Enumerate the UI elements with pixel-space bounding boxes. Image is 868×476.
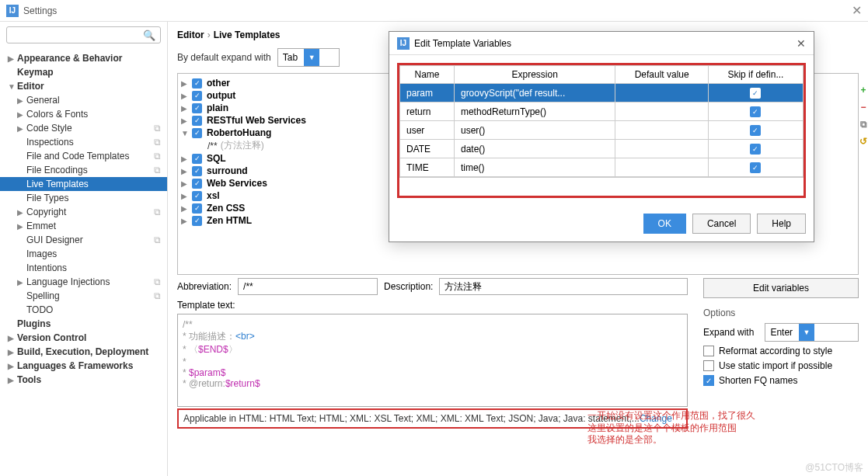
sidebar-item-general[interactable]: ▶General: [0, 93, 167, 107]
sidebar-item-file-and-code-templates[interactable]: File and Code Templates⧉: [0, 149, 167, 163]
close-icon[interactable]: ✕: [852, 3, 862, 18]
watermark: @51CTO博客: [805, 461, 863, 474]
search-input[interactable]: [12, 30, 143, 40]
sidebar-item-live-templates[interactable]: Live Templates: [0, 177, 167, 191]
edit-variables-dialog: IJ Edit Template Variables ✕ NameExpress…: [389, 31, 814, 242]
annotation-text: 一开始没有设置这个作用范围，找了很久 这里设置的是这个个模板的作用范围 我选择的…: [587, 410, 755, 446]
sidebar-item-keymap[interactable]: Keymap: [0, 65, 167, 79]
sidebar-item-tools[interactable]: ▶Tools: [0, 373, 167, 387]
expand-with-select[interactable]: Enter▼: [765, 323, 859, 342]
sidebar-item-code-style[interactable]: ▶Code Style⧉: [0, 121, 167, 135]
static-import-checkbox[interactable]: [703, 360, 714, 371]
window-title: Settings: [23, 5, 57, 16]
sidebar-item-file-types[interactable]: File Types: [0, 191, 167, 205]
desc-label: Description:: [384, 281, 433, 292]
search-box[interactable]: 🔍: [6, 26, 161, 43]
variables-table[interactable]: NameExpressionDefault valueSkip if defin…: [399, 65, 804, 177]
restore-icon[interactable]: ↺: [857, 135, 868, 148]
help-button[interactable]: Help: [757, 214, 806, 234]
sidebar-item-file-encodings[interactable]: File Encodings⧉: [0, 163, 167, 177]
sidebar-item-inspections[interactable]: Inspections⧉: [0, 135, 167, 149]
template-text-area[interactable]: /** * 功能描述：<br> * 〈$END$〉 * * $param$ * …: [177, 314, 688, 407]
copy-icon[interactable]: ⧉: [857, 118, 868, 130]
dialog-close-icon[interactable]: ✕: [797, 37, 806, 50]
table-row[interactable]: returnmethodReturnType()✓: [400, 102, 804, 121]
sidebar-item-version-control[interactable]: ▶Version Control: [0, 331, 167, 345]
sidebar-item-emmet[interactable]: ▶Emmet: [0, 219, 167, 233]
sidebar-item-language-injections[interactable]: ▶Language Injections⧉: [0, 275, 167, 289]
table-header[interactable]: Default value: [615, 66, 708, 84]
sidebar-item-gui-designer[interactable]: GUI Designer⧉: [0, 233, 167, 247]
remove-icon[interactable]: −: [857, 101, 868, 113]
expand-select[interactable]: Tab▼: [277, 48, 340, 67]
cancel-button[interactable]: Cancel: [692, 214, 751, 234]
dialog-logo: IJ: [397, 37, 410, 50]
reformat-checkbox[interactable]: [703, 346, 714, 356]
edit-variables-button[interactable]: Edit variables: [703, 278, 859, 298]
sidebar-item-spelling[interactable]: Spelling⧉: [0, 289, 167, 303]
add-icon[interactable]: +: [857, 84, 868, 96]
dialog-title: Edit Template Variables: [414, 38, 511, 49]
abbr-input[interactable]: [238, 278, 378, 295]
shorten-fq-checkbox[interactable]: ✓: [703, 375, 714, 386]
table-row[interactable]: useruser()✓: [400, 121, 804, 140]
app-logo: IJ: [6, 5, 19, 17]
expand-label: By default expand with: [177, 52, 271, 63]
ok-button[interactable]: OK: [643, 214, 686, 234]
table-header[interactable]: Skip if defin...: [708, 66, 803, 84]
sidebar-item-plugins[interactable]: Plugins: [0, 317, 167, 331]
sidebar-item-todo[interactable]: TODO: [0, 303, 167, 317]
table-row[interactable]: TIMEtime()✓: [400, 158, 804, 177]
desc-input[interactable]: [439, 278, 688, 295]
sidebar-item-languages-frameworks[interactable]: ▶Languages & Frameworks: [0, 359, 167, 373]
settings-tree[interactable]: ▶Appearance & BehaviorKeymap▼Editor▶Gene…: [0, 48, 167, 476]
table-row[interactable]: DATEdate()✓: [400, 140, 804, 158]
sidebar-item-editor[interactable]: ▼Editor: [0, 79, 167, 93]
expand-with-label: Expand with: [703, 327, 754, 338]
search-icon: 🔍: [143, 30, 155, 41]
template-text-label: Template text:: [177, 300, 688, 311]
table-header[interactable]: Name: [400, 66, 455, 84]
sidebar-item-copyright[interactable]: ▶Copyright⧉: [0, 205, 167, 219]
sidebar-item-appearance-behavior[interactable]: ▶Appearance & Behavior: [0, 51, 167, 65]
sidebar-item-intentions[interactable]: Intentions: [0, 261, 167, 275]
sidebar-item-build-execution-deployment[interactable]: ▶Build, Execution, Deployment: [0, 345, 167, 359]
options-header: Options: [703, 307, 859, 318]
sidebar-item-colors-fonts[interactable]: ▶Colors & Fonts: [0, 107, 167, 121]
sidebar-item-images[interactable]: Images: [0, 247, 167, 261]
abbr-label: Abbreviation:: [177, 281, 232, 292]
table-row[interactable]: paramgroovyScript("def result...✓: [400, 84, 804, 102]
table-header[interactable]: Expression: [454, 66, 615, 84]
